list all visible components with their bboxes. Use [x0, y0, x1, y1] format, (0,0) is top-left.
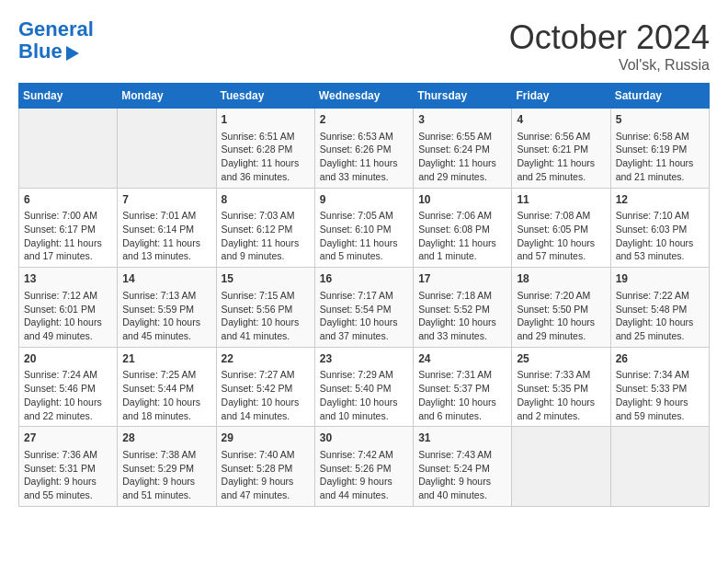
day-info-line: Daylight: 11 hours and 25 minutes. [517, 156, 605, 183]
day-info-line: Daylight: 11 hours and 21 minutes. [616, 156, 704, 183]
calendar-cell: 18Sunrise: 7:20 AMSunset: 5:50 PMDayligh… [512, 268, 610, 348]
calendar-cell: 15Sunrise: 7:15 AMSunset: 5:56 PMDayligh… [216, 268, 314, 348]
weekday-header-thursday: Thursday [414, 84, 512, 109]
day-info-line: Sunrise: 7:05 AM [320, 209, 408, 223]
calendar-week-row: 20Sunrise: 7:24 AMSunset: 5:46 PMDayligh… [19, 347, 710, 427]
day-info-line: Sunset: 5:31 PM [24, 462, 112, 476]
day-info-line: Sunset: 5:48 PM [616, 303, 704, 316]
day-info-line: Sunset: 5:59 PM [122, 303, 210, 316]
day-info-line: Daylight: 11 hours and 1 minute. [418, 236, 506, 263]
day-info-line: Sunset: 6:05 PM [517, 223, 605, 236]
day-info-line: Sunrise: 7:13 AM [122, 289, 210, 303]
day-info-line: Sunrise: 7:43 AM [418, 448, 506, 462]
day-info-line: Sunset: 6:19 PM [616, 143, 704, 156]
day-number: 29 [222, 431, 310, 446]
day-number: 8 [222, 192, 310, 208]
day-info-line: Sunset: 6:14 PM [122, 223, 210, 236]
day-number: 17 [418, 271, 506, 287]
day-info-line: Daylight: 9 hours and 47 minutes. [222, 475, 310, 501]
calendar-cell: 23Sunrise: 7:29 AMSunset: 5:40 PMDayligh… [314, 347, 413, 427]
day-info-line: Sunset: 6:10 PM [320, 223, 408, 236]
day-info-line: Daylight: 10 hours and 49 minutes. [24, 316, 112, 342]
day-info-line: Daylight: 11 hours and 17 minutes. [24, 236, 112, 263]
day-info-line: Sunset: 5:54 PM [320, 303, 408, 316]
day-number: 20 [24, 351, 112, 367]
day-info-line: Sunset: 5:37 PM [418, 382, 506, 396]
day-info-line: Daylight: 11 hours and 13 minutes. [122, 236, 210, 263]
weekday-header-monday: Monday [118, 84, 216, 109]
day-info-line: Daylight: 10 hours and 25 minutes. [616, 316, 704, 342]
day-info-line: Sunrise: 6:56 AM [517, 130, 605, 144]
day-info-line: Sunrise: 7:36 AM [24, 448, 112, 462]
calendar-cell: 24Sunrise: 7:31 AMSunset: 5:37 PMDayligh… [414, 347, 512, 427]
day-number: 26 [616, 351, 704, 367]
day-info-line: Sunrise: 7:29 AM [320, 368, 408, 382]
calendar-cell: 2Sunrise: 6:53 AMSunset: 6:26 PMDaylight… [314, 109, 413, 189]
day-info-line: Daylight: 9 hours and 59 minutes. [616, 396, 704, 422]
calendar-week-row: 13Sunrise: 7:12 AMSunset: 6:01 PMDayligh… [19, 268, 710, 348]
day-info-line: Sunrise: 7:22 AM [616, 289, 704, 303]
day-number: 4 [517, 112, 605, 128]
day-info-line: Sunset: 5:44 PM [122, 382, 210, 396]
day-number: 3 [418, 112, 506, 128]
day-info-line: Sunset: 6:28 PM [222, 143, 310, 156]
day-number: 2 [320, 112, 408, 128]
logo-blue: Blue [18, 40, 63, 63]
day-info-line: Sunset: 5:46 PM [24, 382, 112, 396]
day-info-line: Daylight: 9 hours and 55 minutes. [24, 475, 112, 501]
day-number: 16 [320, 271, 408, 287]
day-info-line: Sunrise: 7:33 AM [517, 368, 605, 382]
day-info-line: Daylight: 11 hours and 5 minutes. [320, 236, 408, 263]
title-block: October 2024 Vol'sk, Russia [509, 18, 710, 74]
day-number: 11 [517, 192, 605, 208]
day-info-line: Daylight: 11 hours and 36 minutes. [222, 156, 310, 183]
calendar-cell: 3Sunrise: 6:55 AMSunset: 6:24 PMDaylight… [414, 109, 512, 189]
day-info-line: Daylight: 10 hours and 29 minutes. [517, 316, 605, 342]
calendar-cell: 13Sunrise: 7:12 AMSunset: 6:01 PMDayligh… [19, 268, 118, 348]
day-info-line: Sunset: 5:26 PM [320, 462, 408, 476]
day-number: 15 [222, 271, 310, 287]
day-info-line: Sunset: 5:35 PM [517, 382, 605, 396]
day-info-line: Sunrise: 7:31 AM [418, 368, 506, 382]
day-info-line: Daylight: 10 hours and 10 minutes. [320, 396, 408, 422]
calendar-cell: 25Sunrise: 7:33 AMSunset: 5:35 PMDayligh… [512, 347, 610, 427]
day-info-line: Sunrise: 7:01 AM [122, 209, 210, 223]
day-number: 6 [24, 192, 112, 208]
day-info-line: Sunrise: 7:34 AM [616, 368, 704, 382]
calendar-cell: 22Sunrise: 7:27 AMSunset: 5:42 PMDayligh… [216, 347, 314, 427]
calendar-cell: 14Sunrise: 7:13 AMSunset: 5:59 PMDayligh… [118, 268, 216, 348]
day-info-line: Daylight: 9 hours and 40 minutes. [418, 475, 506, 501]
calendar-cell: 30Sunrise: 7:42 AMSunset: 5:26 PMDayligh… [314, 427, 413, 507]
page-header: General Blue October 2024 Vol'sk, Russia [18, 18, 710, 74]
day-info-line: Daylight: 10 hours and 45 minutes. [122, 316, 210, 342]
day-info-line: Sunset: 5:50 PM [517, 303, 605, 316]
day-info-line: Sunrise: 6:58 AM [616, 130, 704, 144]
calendar-cell: 4Sunrise: 6:56 AMSunset: 6:21 PMDaylight… [512, 109, 610, 189]
day-info-line: Sunrise: 7:06 AM [418, 209, 506, 223]
day-info-line: Sunrise: 7:25 AM [122, 368, 210, 382]
day-info-line: Sunrise: 7:00 AM [24, 209, 112, 223]
calendar-cell: 5Sunrise: 6:58 AMSunset: 6:19 PMDaylight… [610, 109, 709, 189]
day-number: 5 [616, 112, 704, 128]
logo-text: General [18, 18, 94, 40]
day-info-line: Daylight: 10 hours and 14 minutes. [222, 396, 310, 422]
weekday-header-row: SundayMondayTuesdayWednesdayThursdayFrid… [19, 84, 710, 109]
day-info-line: Daylight: 11 hours and 29 minutes. [418, 156, 506, 183]
calendar-cell: 10Sunrise: 7:06 AMSunset: 6:08 PMDayligh… [414, 188, 512, 268]
day-info-line: Sunset: 6:17 PM [24, 223, 112, 236]
day-info-line: Daylight: 9 hours and 51 minutes. [122, 475, 210, 501]
calendar-table: SundayMondayTuesdayWednesdayThursdayFrid… [18, 83, 710, 507]
calendar-week-row: 1Sunrise: 6:51 AMSunset: 6:28 PMDaylight… [19, 109, 710, 189]
day-number: 13 [24, 271, 112, 287]
day-info-line: Sunset: 5:42 PM [222, 382, 310, 396]
day-info-line: Sunrise: 7:15 AM [222, 289, 310, 303]
calendar-cell: 1Sunrise: 6:51 AMSunset: 6:28 PMDaylight… [216, 109, 314, 189]
weekday-header-wednesday: Wednesday [314, 84, 413, 109]
day-info-line: Sunrise: 6:53 AM [320, 130, 408, 144]
calendar-cell [610, 427, 709, 507]
day-info-line: Sunset: 6:03 PM [616, 223, 704, 236]
calendar-cell: 28Sunrise: 7:38 AMSunset: 5:29 PMDayligh… [118, 427, 216, 507]
day-number: 27 [24, 431, 112, 446]
day-info-line: Sunrise: 7:03 AM [222, 209, 310, 223]
weekday-header-tuesday: Tuesday [216, 84, 314, 109]
